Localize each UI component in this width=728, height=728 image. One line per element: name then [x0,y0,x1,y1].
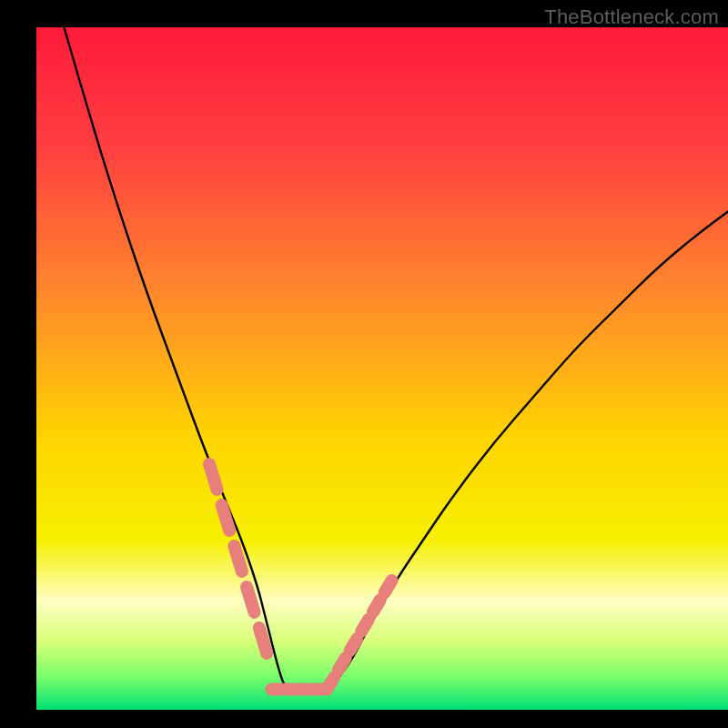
bottleneck-chart [0,0,728,728]
bead-segment [361,620,369,632]
bead-segment [327,677,334,689]
bead-segment [339,658,346,670]
chart-frame: TheBottleneck.com [0,0,728,728]
bead-segment [373,600,380,612]
bead-segment [234,546,241,571]
bead-segment [350,639,358,651]
watermark-text: TheBottleneck.com [544,5,719,29]
bead-segment [209,464,217,490]
bead-segment [259,628,267,653]
bead-segment [247,587,254,612]
bead-segment [385,581,392,592]
bead-segment [222,505,229,531]
